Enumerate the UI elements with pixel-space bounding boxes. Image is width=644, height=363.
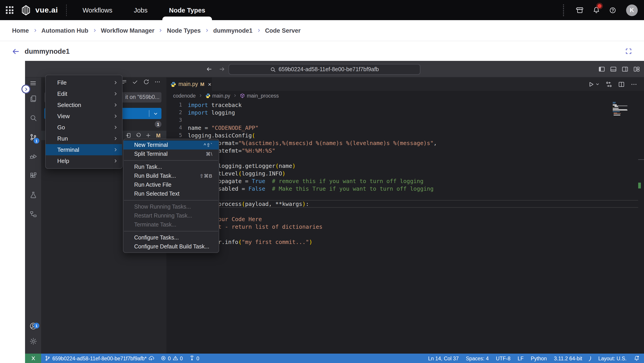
line-number: 4 xyxy=(166,124,188,132)
scm-action-discard-icon[interactable] xyxy=(136,133,141,138)
nav-tab-workflows[interactable]: Workflows xyxy=(72,0,123,20)
menu-item-edit[interactable]: Edit xyxy=(46,88,122,99)
menu-item-go[interactable]: Go xyxy=(46,122,122,133)
bell-icon[interactable] xyxy=(592,6,600,14)
breadcrumb-item[interactable]: Node Types xyxy=(167,27,201,34)
fullscreen-icon[interactable] xyxy=(625,48,632,55)
status-keyboard-layout[interactable]: Layout: U.S. xyxy=(598,355,626,361)
history-forward-icon[interactable] xyxy=(219,66,226,72)
breadcrumb-chevron-icon xyxy=(92,28,97,33)
layout-panel-icon[interactable] xyxy=(610,66,617,72)
status-ports[interactable]: 0 xyxy=(189,355,199,361)
scm-more-icon[interactable] xyxy=(154,79,160,85)
submenu-item-terminate-task: Terminate Task... xyxy=(124,220,219,229)
submenu-item-run-build-task[interactable]: Run Build Task...⇧⌘B xyxy=(124,171,219,180)
status-python-status-icon[interactable]: ) xyxy=(589,355,591,361)
status-git-branch[interactable]: 659b0224-ad58-11ef-8e00-be71f7bf9afb* xyxy=(45,355,154,361)
scm-refresh-icon[interactable] xyxy=(143,79,149,85)
nav-divider xyxy=(66,4,66,16)
commit-dropdown-icon[interactable] xyxy=(149,111,162,116)
help-icon[interactable] xyxy=(609,7,616,14)
run-python-file-button[interactable] xyxy=(588,81,600,88)
tab-main-py[interactable]: main.py M × xyxy=(166,78,212,91)
submenu-item-configure-default-build-task[interactable]: Configure Default Build Task... xyxy=(124,242,219,251)
breadcrumb-item[interactable]: Code Server xyxy=(265,27,300,34)
editor-breadcrumb-item[interactable]: main.py xyxy=(205,93,230,98)
nav-tab-jobs[interactable]: Jobs xyxy=(123,0,158,20)
submenu-item-run-active-file[interactable]: Run Active File xyxy=(124,180,219,189)
minimap[interactable] xyxy=(613,102,632,116)
activity-source-control-icon[interactable]: 1 xyxy=(25,128,41,147)
submenu-item-run-task[interactable]: Run Task... xyxy=(124,162,219,171)
breadcrumb-item[interactable]: Workflow Manager xyxy=(101,27,154,34)
open-changes-icon[interactable] xyxy=(606,81,612,88)
activity-hierarchy-icon[interactable] xyxy=(25,205,41,224)
menu-item-file[interactable]: File xyxy=(46,77,122,88)
menu-item-run[interactable]: Run xyxy=(46,133,122,144)
activity-extensions-icon[interactable] xyxy=(25,166,41,185)
code-area[interactable]: 1import traceback2import logging34name =… xyxy=(166,100,644,353)
submenu-item-configure-tasks[interactable]: Configure Tasks... xyxy=(124,233,219,242)
activity-badge: 1 xyxy=(34,323,39,328)
activity-search-icon[interactable] xyxy=(25,108,41,128)
nav-tab-node-types[interactable]: Node Types xyxy=(158,0,216,20)
submenu-item-new-terminal[interactable]: New Terminal^⇧` xyxy=(124,141,219,150)
activity-accounts-icon[interactable]: 1 xyxy=(25,320,41,332)
status-problems[interactable]: 00 xyxy=(160,355,183,361)
tab-close-icon[interactable]: × xyxy=(208,81,211,87)
editor-tab-bar: main.py M × xyxy=(166,78,644,91)
layout-customize-icon[interactable] xyxy=(633,66,640,72)
activity-settings-gear-icon[interactable] xyxy=(25,332,41,351)
status-notifications-bell[interactable] xyxy=(634,355,640,361)
code-line: 1import traceback xyxy=(166,101,644,109)
scm-commit-check-icon[interactable] xyxy=(132,79,138,85)
menu-item-terminal[interactable]: Terminal xyxy=(46,144,122,155)
menu-item-view[interactable]: View xyxy=(46,111,122,122)
status-right: Ln 14, Col 37Spaces: 4UTF-8LFPython3.11.… xyxy=(428,355,644,361)
breadcrumb-item[interactable]: Home xyxy=(12,27,29,34)
split-editor-icon[interactable] xyxy=(618,81,625,88)
code-text: import traceback xyxy=(188,101,242,109)
logo-text: vue.ai xyxy=(35,6,58,15)
code-text: import logging xyxy=(188,109,235,116)
breadcrumb: HomeAutomation HubWorkflow ManagerNode T… xyxy=(0,20,644,41)
status-encoding[interactable]: UTF-8 xyxy=(496,355,510,361)
code-line: 9logger = logging.getLogger(name) xyxy=(166,162,644,170)
code-text: logger.disabled = False # Make this True… xyxy=(188,185,434,192)
activity-testing-beaker-icon[interactable] xyxy=(25,185,41,205)
menu-item-selection[interactable]: Selection xyxy=(46,99,122,111)
code-text: name = "CODENODE_APP" xyxy=(188,124,258,132)
submenu-item-split-terminal[interactable]: Split Terminal⌘\ xyxy=(124,150,219,158)
breadcrumb-item[interactable]: Automation Hub xyxy=(41,27,88,34)
more-icon[interactable] xyxy=(630,81,637,88)
back-arrow-icon[interactable] xyxy=(12,47,20,55)
scm-action-goto-file-icon[interactable] xyxy=(126,133,132,138)
menu-item-help[interactable]: Help xyxy=(46,155,122,167)
editor-breadcrumb-item[interactable]: codenode xyxy=(173,93,196,98)
history-back-icon[interactable] xyxy=(206,66,212,72)
avatar[interactable]: K xyxy=(626,4,638,16)
layout-controls xyxy=(598,61,640,77)
vueai-logo[interactable]: vue.ai xyxy=(20,4,58,16)
drawer-toggle-button[interactable] xyxy=(22,85,30,94)
apps-grid-icon[interactable] xyxy=(6,6,14,14)
status-python-interpreter[interactable]: 3.11.2 64-bit xyxy=(554,355,582,361)
scm-action-add-icon[interactable] xyxy=(145,133,151,138)
activity-run-debug-icon[interactable] xyxy=(25,147,41,166)
layout-sidebar-left-icon[interactable] xyxy=(598,66,605,72)
status-eol[interactable]: LF xyxy=(518,355,524,361)
layout-sidebar-right-icon[interactable] xyxy=(622,66,628,72)
breadcrumb-item[interactable]: dummynode1 xyxy=(213,27,253,34)
editor-group: main.py M × codenodemain.pymain_process … xyxy=(166,78,644,353)
store-icon[interactable] xyxy=(576,6,584,14)
status-cursor-position[interactable]: Ln 14, Col 37 xyxy=(428,355,459,361)
menu-separator xyxy=(124,160,218,161)
shortcut-label: ⇧⌘B xyxy=(200,173,212,179)
editor-breadcrumb-item[interactable]: main_process xyxy=(240,93,279,98)
submenu-item-run-selected-text[interactable]: Run Selected Text xyxy=(124,189,219,198)
status-indentation[interactable]: Spaces: 4 xyxy=(466,355,488,361)
nav-tabs: WorkflowsJobsNode Types xyxy=(72,0,216,20)
command-center-search[interactable]: 659b0224-ad58-11ef-8e00-be71f7bf9afb xyxy=(228,64,420,75)
status-language-mode[interactable]: Python xyxy=(531,355,547,361)
remote-indicator[interactable] xyxy=(25,353,41,363)
